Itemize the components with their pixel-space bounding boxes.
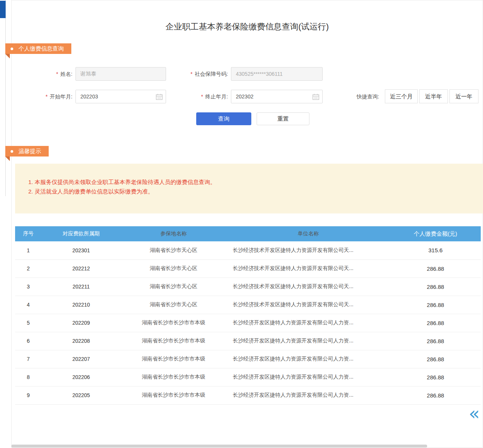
name-field-box bbox=[75, 67, 166, 81]
name-input[interactable] bbox=[76, 68, 166, 80]
cell-period: 202210 bbox=[42, 296, 121, 314]
table-row: 7202207湖南省长沙市长沙市市本级长沙经济开发区捷特人力资源开发有限公司人力… bbox=[15, 350, 481, 368]
cell-period: 202207 bbox=[42, 350, 121, 368]
quick-btn-last-3-months[interactable]: 近三个月 bbox=[385, 89, 418, 103]
cell-seq: 4 bbox=[15, 296, 42, 314]
cell-seq: 9 bbox=[15, 386, 42, 404]
cell-amount: 286.88 bbox=[390, 332, 481, 350]
cell-seq: 1 bbox=[15, 241, 42, 259]
end-date-input[interactable] bbox=[231, 90, 322, 103]
tips-line: 2. 灵活就业人员的缴费单位信息以实际缴费为准。 bbox=[28, 187, 475, 196]
required-asterisk: * bbox=[56, 71, 58, 77]
cell-company: 长沙经济技术开发区捷特人力资源开发有限公司天... bbox=[226, 278, 390, 296]
tips-line: 1. 本服务仅提供尚未领取企业职工基本养老保险待遇人员的缴费信息查询。 bbox=[28, 177, 475, 187]
cell-amount: 286.88 bbox=[390, 314, 481, 332]
calendar-icon[interactable] bbox=[312, 94, 319, 100]
cell-period: 202208 bbox=[42, 332, 121, 350]
cell-period: 202211 bbox=[42, 278, 121, 296]
ssn-input[interactable] bbox=[231, 68, 322, 80]
calendar-icon[interactable] bbox=[156, 94, 163, 100]
name-label: *姓名: bbox=[23, 67, 72, 81]
table-row: 1202301湖南省长沙市天心区长沙经济技术开发区捷特人力资源开发有限公司天..… bbox=[15, 241, 481, 259]
bullet-dot-icon bbox=[11, 150, 13, 153]
ribbon-fold bbox=[5, 156, 10, 161]
horizontal-scrollbar[interactable] bbox=[11, 445, 427, 448]
bullet-dot-icon bbox=[11, 48, 13, 50]
cell-area: 湖南省长沙市长沙市市本级 bbox=[121, 350, 226, 368]
cell-amount: 286.88 bbox=[390, 368, 481, 386]
start-date-box bbox=[75, 90, 166, 103]
ssn-label: *社会保障号码: bbox=[162, 67, 228, 81]
table-header-row: 序号 对应费款所属期 参保地名称 单位名称 个人缴费金额(元) bbox=[15, 226, 481, 241]
cell-company: 长沙经济开发区捷特人力资源开发有限公司人力资... bbox=[226, 350, 390, 368]
start-date-input[interactable] bbox=[76, 90, 166, 103]
cell-company: 长沙经济开发区捷特人力资源开发有限公司人力资... bbox=[226, 386, 390, 404]
required-asterisk: * bbox=[201, 94, 203, 100]
cell-seq: 7 bbox=[15, 350, 42, 368]
cell-period: 202301 bbox=[42, 241, 121, 259]
page-title: 企业职工基本养老保险缴费信息查询(试运行) bbox=[11, 21, 483, 32]
reset-button[interactable]: 重置 bbox=[257, 112, 309, 125]
left-panel-edge bbox=[0, 0, 6, 196]
cell-company: 长沙经济开发区捷特人力资源开发有限公司人力资... bbox=[226, 314, 390, 332]
section-tag-tips: 温馨提示 bbox=[5, 146, 49, 156]
ribbon-fold bbox=[5, 54, 10, 58]
col-header-period: 对应费款所属期 bbox=[42, 226, 121, 241]
cell-company: 长沙经济技术开发区捷特人力资源开发有限公司天... bbox=[226, 259, 390, 278]
cell-company: 长沙经济技术开发区捷特人力资源开发有限公司天... bbox=[226, 296, 390, 314]
quick-btn-last-year[interactable]: 近一年 bbox=[449, 89, 478, 103]
cell-area: 湖南省长沙市长沙市市本级 bbox=[121, 314, 226, 332]
col-header-amount: 个人缴费金额(元) bbox=[390, 226, 481, 241]
cell-seq: 6 bbox=[15, 332, 42, 350]
cell-amount: 286.88 bbox=[390, 259, 481, 278]
table-row: 6202208湖南省长沙市长沙市市本级长沙经济开发区捷特人力资源开发有限公司人力… bbox=[15, 332, 481, 350]
table-row: 3202211湖南省长沙市天心区长沙经济技术开发区捷特人力资源开发有限公司天..… bbox=[15, 278, 481, 296]
cell-period: 202206 bbox=[42, 368, 121, 386]
cell-period: 202212 bbox=[42, 259, 121, 278]
quick-query-label: 快捷查询: bbox=[332, 90, 379, 103]
ssn-field-box bbox=[231, 67, 323, 81]
cell-amount: 286.88 bbox=[390, 386, 481, 404]
col-header-seq: 序号 bbox=[15, 226, 42, 241]
query-button[interactable]: 查询 bbox=[196, 112, 251, 125]
cell-company: 长沙经济开发区捷特人力资源开发有限公司人力资... bbox=[226, 368, 390, 386]
cell-area: 湖南省长沙市长沙市市本级 bbox=[121, 368, 226, 386]
cell-period: 202209 bbox=[42, 314, 121, 332]
start-date-label: *开始年月: bbox=[23, 90, 72, 103]
collapse-double-chevron-icon[interactable]: « bbox=[469, 404, 480, 422]
corner-accent-block bbox=[0, 1, 6, 18]
end-date-label: *终止年月: bbox=[162, 90, 228, 103]
table-row: 2202212湖南省长沙市天心区长沙经济技术开发区捷特人力资源开发有限公司天..… bbox=[15, 259, 481, 278]
section-tag-label: 温馨提示 bbox=[18, 146, 41, 156]
cell-area: 湖南省长沙市长沙市市本级 bbox=[121, 332, 226, 350]
cell-seq: 8 bbox=[15, 368, 42, 386]
cell-period: 202205 bbox=[42, 386, 121, 404]
cell-seq: 5 bbox=[15, 314, 42, 332]
cell-area: 湖南省长沙市长沙市市本级 bbox=[121, 386, 226, 404]
cell-area: 湖南省长沙市天心区 bbox=[121, 259, 226, 278]
required-asterisk: * bbox=[46, 94, 48, 100]
required-asterisk: * bbox=[191, 71, 192, 77]
col-header-area: 参保地名称 bbox=[121, 226, 226, 241]
cell-company: 长沙经济技术开发区捷特人力资源开发有限公司天... bbox=[226, 241, 390, 259]
tips-notice-box: 1. 本服务仅提供尚未领取企业职工基本养老保险待遇人员的缴费信息查询。 2. 灵… bbox=[15, 164, 483, 213]
payment-table: 序号 对应费款所属期 参保地名称 单位名称 个人缴费金额(元) 1202301湖… bbox=[15, 226, 481, 405]
cell-seq: 2 bbox=[15, 259, 42, 278]
table-row: 8202206湖南省长沙市长沙市市本级长沙经济开发区捷特人力资源开发有限公司人力… bbox=[15, 368, 481, 386]
cell-area: 湖南省长沙市天心区 bbox=[121, 241, 226, 259]
end-date-box bbox=[231, 90, 323, 103]
cell-area: 湖南省长沙市天心区 bbox=[121, 278, 226, 296]
cell-amount: 286.88 bbox=[390, 278, 481, 296]
table-body: 1202301湖南省长沙市天心区长沙经济技术开发区捷特人力资源开发有限公司天..… bbox=[15, 241, 481, 404]
section-tag-personal-query: 个人缴费信息查询 bbox=[5, 43, 71, 54]
cell-company: 长沙经济开发区捷特人力资源开发有限公司人力资... bbox=[226, 332, 390, 350]
quick-btn-last-half-year[interactable]: 近半年 bbox=[419, 89, 448, 103]
table-row: 4202210湖南省长沙市天心区长沙经济技术开发区捷特人力资源开发有限公司天..… bbox=[15, 296, 481, 314]
col-header-company: 单位名称 bbox=[226, 226, 390, 241]
cell-seq: 3 bbox=[15, 278, 42, 296]
cell-area: 湖南省长沙市天心区 bbox=[121, 296, 226, 314]
cell-amount: 286.88 bbox=[390, 350, 481, 368]
table-row: 9202205湖南省长沙市长沙市市本级长沙经济开发区捷特人力资源开发有限公司人力… bbox=[15, 386, 481, 404]
table-row: 5202209湖南省长沙市长沙市市本级长沙经济开发区捷特人力资源开发有限公司人力… bbox=[15, 314, 481, 332]
section-tag-label: 个人缴费信息查询 bbox=[18, 43, 64, 54]
